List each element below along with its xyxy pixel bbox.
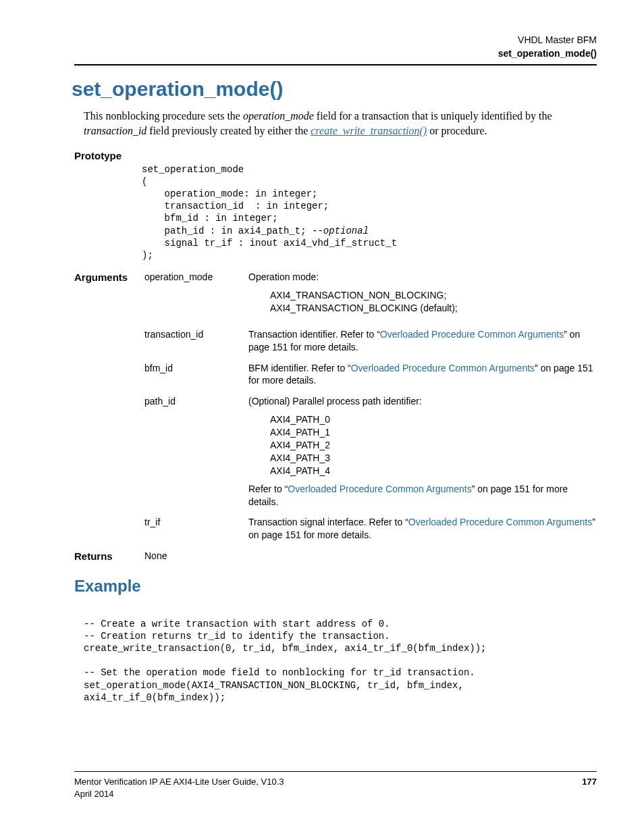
arg-text: Transaction identifier. Refer to “ (248, 329, 380, 340)
arg-desc-path-id: (Optional) Parallel process path identif… (248, 395, 597, 508)
footer-rule (74, 771, 597, 772)
arg-name-path-id: path_id (144, 395, 246, 508)
arg-text: Operation mode: (248, 271, 319, 282)
intro-text: or procedure. (427, 125, 487, 136)
code-line: transaction_id : in integer; (142, 201, 329, 211)
code-line: create_write_transaction(0, tr_id, bfm_i… (84, 643, 487, 654)
arg-text: (Optional) Parallel process path identif… (248, 396, 422, 407)
intro-em-trid: transaction_id (84, 125, 146, 136)
link-overloaded-args[interactable]: Overloaded Procedure Common Arguments (380, 329, 564, 340)
header-chapter: VHDL Master BFM (74, 34, 597, 47)
enum-value: AXI4_PATH_1 (270, 426, 597, 439)
arg-text: Transaction signal interface. Refer to “ (248, 517, 408, 527)
code-line: -- Set the operation mode field to nonbl… (84, 667, 475, 678)
link-overloaded-args[interactable]: Overloaded Procedure Common Arguments (288, 484, 471, 494)
header-rule (74, 64, 597, 66)
code-line: set_operation_mode (142, 164, 244, 175)
returns-value: None (144, 550, 246, 563)
arguments-table: Arguments operation_mode Operation mode:… (74, 271, 597, 563)
enum-value: AXI4_PATH_3 (270, 452, 597, 465)
code-line: signal tr_if : inout axi4_vhd_if_struct_… (142, 238, 397, 249)
prototype-code: set_operation_mode ( operation_mode: in … (142, 151, 597, 261)
footer-doc-title: Mentor Verification IP AE AXI4-Lite User… (74, 776, 284, 788)
enum-value: AXI4_TRANSACTION_BLOCKING (default); (270, 302, 597, 315)
enum-value: AXI4_PATH_4 (270, 465, 597, 477)
enum-value: AXI4_PATH_2 (270, 439, 597, 452)
code-line: -- Creation returns tr_id to identify th… (84, 631, 390, 642)
intro-paragraph: This nonblocking procedure sets the oper… (84, 109, 597, 138)
intro-text: field for a transaction that is uniquely… (314, 110, 552, 122)
footer-date: April 2014 (74, 788, 284, 800)
arg-desc-bfm-id: BFM identifier. Refer to “Overloaded Pro… (248, 362, 597, 388)
intro-text: This nonblocking procedure sets the (84, 110, 243, 122)
link-overloaded-args[interactable]: Overloaded Procedure Common Arguments (408, 517, 592, 527)
arg-text: Refer to “ (248, 484, 288, 494)
link-create-write-transaction[interactable]: create_write_transaction() (311, 125, 427, 136)
page-title: set_operation_mode() (72, 78, 597, 101)
arg-name-tr-if: tr_if (144, 516, 246, 542)
code-line: axi4_tr_if_0(bfm_index)); (84, 692, 225, 703)
running-header: VHDL Master BFM set_operation_mode() (74, 34, 597, 60)
code-line: ); (142, 250, 153, 261)
code-comment: --optional (312, 226, 369, 236)
code-line: ( (142, 176, 147, 187)
code-line: bfm_id : in integer; (142, 213, 278, 224)
footer-page-number: 177 (582, 776, 597, 800)
arg-desc-tr-if: Transaction signal interface. Refer to “… (248, 516, 597, 542)
code-line: path_id : in axi4_path_t; (142, 226, 312, 236)
code-line: operation_mode: in integer; (142, 188, 317, 199)
footer-left: Mentor Verification IP AE AXI4-Lite User… (74, 776, 284, 800)
arg-desc-transaction-id: Transaction identifier. Refer to “Overlo… (248, 328, 597, 354)
code-line: set_operation_mode(AXI4_TRANSACTION_NON_… (84, 680, 464, 691)
arg-name-bfm-id: bfm_id (144, 362, 246, 388)
page-footer: Mentor Verification IP AE AXI4-Lite User… (74, 771, 597, 800)
enum-value: AXI4_TRANSACTION_NON_BLOCKING; (270, 289, 597, 302)
link-overloaded-args[interactable]: Overloaded Procedure Common Arguments (351, 363, 535, 373)
enum-value: AXI4_PATH_0 (270, 413, 597, 426)
example-code: -- Create a write transaction with start… (84, 605, 597, 704)
code-line: -- Create a write transaction with start… (84, 619, 390, 629)
arg-desc-operation-mode: Operation mode: AXI4_TRANSACTION_NON_BLO… (248, 271, 597, 320)
arg-name-operation-mode: operation_mode (144, 271, 246, 320)
label-arguments: Arguments (74, 271, 142, 320)
intro-text: field previously created by either the (146, 125, 311, 136)
header-section: set_operation_mode() (74, 47, 597, 61)
intro-em-opmode: operation_mode (243, 110, 314, 122)
arg-name-transaction-id: transaction_id (144, 328, 246, 354)
example-heading: Example (74, 577, 597, 596)
arg-text: BFM identifier. Refer to “ (248, 363, 351, 373)
label-returns: Returns (74, 550, 142, 563)
